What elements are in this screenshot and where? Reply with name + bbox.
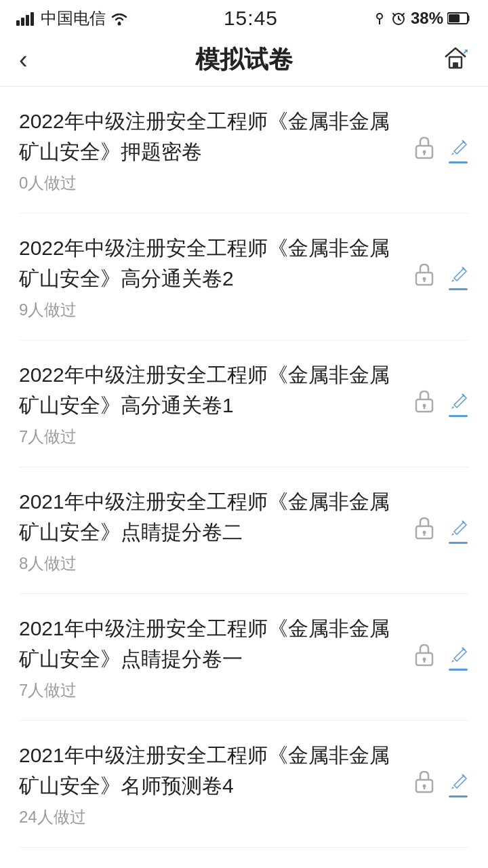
lock-svg xyxy=(413,769,435,793)
edit-icon[interactable] xyxy=(447,136,469,163)
lock-icon[interactable] xyxy=(413,515,435,545)
lock-icon[interactable] xyxy=(413,642,435,672)
lock-svg xyxy=(413,135,435,159)
item-count: 9人做过 xyxy=(19,299,400,321)
item-content: 2022年中级注册安全工程师《金属非金属矿山安全》高分通关卷2 9人做过 xyxy=(19,233,413,321)
item-count: 24人做过 xyxy=(19,806,400,828)
exam-list: 2022年中级注册安全工程师《金属非金属矿山安全》押题密卷 0人做过 xyxy=(0,87,488,868)
item-actions xyxy=(413,642,469,672)
list-item[interactable]: 2022年中级注册安全工程师《金属非金属矿山安全》高分通关卷1 7人做过 xyxy=(19,340,469,467)
item-content: 2022年中级注册安全工程师《金属非金属矿山安全》高分通关卷1 7人做过 xyxy=(19,359,413,448)
signal-icon xyxy=(16,11,37,26)
lock-icon[interactable] xyxy=(413,135,435,165)
location-icon xyxy=(373,11,386,26)
list-item[interactable]: 2021年中级注册安全工程师《金属非金属矿山安全》点睛提分卷二 8人做过 xyxy=(19,467,469,594)
lock-svg xyxy=(413,262,435,286)
edit-underline xyxy=(449,669,468,671)
edit-icon[interactable] xyxy=(447,390,469,417)
item-count: 8人做过 xyxy=(19,553,400,574)
edit-icon[interactable] xyxy=(447,770,469,797)
home-icon xyxy=(442,45,469,71)
alarm-icon xyxy=(390,10,407,26)
list-item[interactable]: 2021年中级注册安全工程师《金属非金属矿山安全》名师预测卷3 12人做过 xyxy=(19,848,469,868)
edit-svg xyxy=(447,263,469,286)
svg-rect-10 xyxy=(453,62,458,68)
carrier-text: 中国电信 xyxy=(41,7,106,29)
item-content: 2022年中级注册安全工程师《金属非金属矿山安全》押题密卷 0人做过 xyxy=(19,106,413,194)
item-count: 7人做过 xyxy=(19,679,400,701)
item-title: 2021年中级注册安全工程师《金属非金属矿山安全》点睛提分卷一 xyxy=(19,613,400,674)
edit-underline xyxy=(449,161,468,163)
svg-point-24 xyxy=(423,658,426,661)
lock-icon[interactable] xyxy=(413,262,435,292)
edit-icon[interactable] xyxy=(447,263,469,290)
svg-point-21 xyxy=(423,531,426,534)
status-right: 38% xyxy=(373,9,472,28)
list-item[interactable]: 2022年中级注册安全工程师《金属非金属矿山安全》高分通关卷2 9人做过 xyxy=(19,214,469,340)
edit-underline xyxy=(449,542,468,544)
lock-icon[interactable] xyxy=(413,769,435,799)
list-item[interactable]: 2022年中级注册安全工程师《金属非金属矿山安全》押题密卷 0人做过 xyxy=(19,87,469,214)
item-content: 2021年中级注册安全工程师《金属非金属矿山安全》点睛提分卷一 7人做过 xyxy=(19,613,413,701)
status-bar: 中国电信 15:45 38% xyxy=(0,0,488,34)
svg-rect-8 xyxy=(449,14,460,22)
svg-rect-2 xyxy=(26,15,29,26)
svg-point-27 xyxy=(423,785,426,788)
edit-svg xyxy=(447,770,469,793)
item-actions xyxy=(413,135,469,165)
item-content: 2021年中级注册安全工程师《金属非金属矿山安全》点睛提分卷二 8人做过 xyxy=(19,486,413,574)
lock-svg xyxy=(413,642,435,667)
edit-icon[interactable] xyxy=(447,517,469,544)
item-title: 2022年中级注册安全工程师《金属非金属矿山安全》押题密卷 xyxy=(19,106,400,167)
status-left: 中国电信 xyxy=(16,7,129,29)
item-count: 7人做过 xyxy=(19,426,400,448)
edit-underline xyxy=(449,288,468,290)
page-title: 模拟试卷 xyxy=(195,43,293,77)
item-title: 2022年中级注册安全工程师《金属非金属矿山安全》高分通关卷2 xyxy=(19,233,400,294)
svg-point-18 xyxy=(423,404,426,408)
item-title: 2021年中级注册安全工程师《金属非金属矿山安全》名师预测卷4 xyxy=(19,740,400,801)
lock-svg xyxy=(413,389,435,413)
edit-icon[interactable] xyxy=(447,644,469,671)
edit-svg xyxy=(447,136,469,159)
item-count: 0人做过 xyxy=(19,172,400,194)
edit-underline xyxy=(449,415,468,417)
status-time: 15:45 xyxy=(224,7,278,30)
edit-svg xyxy=(447,390,469,413)
svg-point-5 xyxy=(377,14,382,19)
list-item[interactable]: 2021年中级注册安全工程师《金属非金属矿山安全》点睛提分卷一 7人做过 xyxy=(19,594,469,721)
item-title: 2021年中级注册安全工程师《金属非金属矿山安全》点睛提分卷二 xyxy=(19,486,400,547)
svg-point-4 xyxy=(118,22,121,26)
lock-icon[interactable] xyxy=(413,389,435,418)
battery-icon xyxy=(447,12,472,25)
svg-point-15 xyxy=(423,277,426,281)
back-button[interactable]: ‹ xyxy=(19,45,53,75)
list-item[interactable]: 2021年中级注册安全工程师《金属非金属矿山安全》名师预测卷4 24人做过 xyxy=(19,721,469,848)
svg-rect-3 xyxy=(30,12,34,26)
item-actions xyxy=(413,389,469,418)
edit-svg xyxy=(447,644,469,667)
nav-bar: ‹ 模拟试卷 xyxy=(0,34,488,87)
item-title: 2022年中级注册安全工程师《金属非金属矿山安全》高分通关卷1 xyxy=(19,359,400,420)
edit-svg xyxy=(447,517,469,540)
wifi-icon xyxy=(110,11,129,26)
edit-underline xyxy=(449,795,468,797)
home-button[interactable] xyxy=(435,45,469,76)
item-actions xyxy=(413,262,469,292)
svg-rect-1 xyxy=(21,18,24,26)
battery-text: 38% xyxy=(411,9,443,28)
item-actions xyxy=(413,769,469,799)
lock-svg xyxy=(413,515,435,540)
svg-point-12 xyxy=(423,151,426,154)
item-content: 2021年中级注册安全工程师《金属非金属矿山安全》名师预测卷4 24人做过 xyxy=(19,740,413,828)
item-actions xyxy=(413,515,469,545)
svg-rect-0 xyxy=(16,20,20,26)
